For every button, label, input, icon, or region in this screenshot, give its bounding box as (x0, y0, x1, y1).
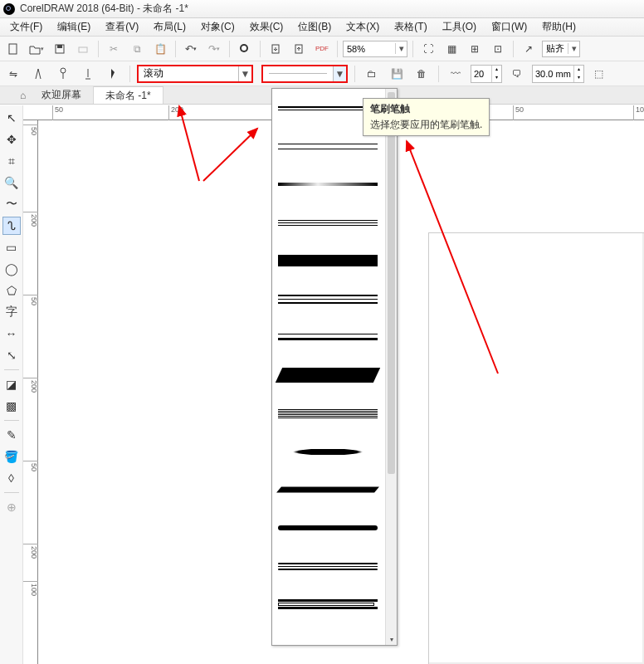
paste-button[interactable]: 📋 (150, 39, 170, 59)
grid-button[interactable]: ▦ (442, 39, 461, 59)
separator (354, 66, 355, 82)
brush-option[interactable] (272, 280, 383, 318)
transparency-tool[interactable]: ▩ (2, 397, 21, 415)
tab-welcome[interactable]: 欢迎屏幕 (30, 86, 94, 104)
brush-option[interactable] (272, 509, 383, 547)
tooltip-desc: 选择您要应用的笔刷笔触. (370, 119, 482, 130)
brush-option[interactable] (272, 585, 383, 623)
shape-tool[interactable]: ✥ (2, 130, 21, 149)
zoom-level[interactable]: 58% ▾ (343, 41, 407, 57)
pick-tool[interactable]: ↖ (2, 109, 21, 127)
crop-tool[interactable]: ⌗ (2, 152, 21, 170)
connector-tool[interactable]: ⤡ (2, 346, 21, 364)
menu-tools[interactable]: 工具(O) (436, 18, 483, 36)
ellipse-tool[interactable]: ◯ (2, 260, 21, 278)
new-button[interactable] (3, 39, 23, 59)
brush-option[interactable] (272, 471, 383, 509)
scrollbar-thumb[interactable] (388, 92, 395, 474)
separator (98, 41, 99, 57)
snap-dropdown[interactable]: 贴齐 ▾ (542, 41, 580, 57)
cut-button[interactable]: ✂ (104, 39, 124, 59)
menu-effects[interactable]: 效果(C) (243, 18, 290, 36)
menu-help[interactable]: 帮助(H) (535, 18, 583, 36)
separator (260, 41, 261, 57)
open-button[interactable]: ▾ (27, 39, 46, 59)
tab-document[interactable]: 未命名 -1* (94, 86, 163, 104)
separator (4, 492, 19, 493)
artistic-media-tool[interactable]: ᔐ (2, 217, 21, 235)
menu-object[interactable]: 对象(C) (194, 18, 242, 36)
brush-category-value: 滚动 (139, 66, 238, 81)
svg-point-8 (61, 68, 66, 73)
eyedropper-tool[interactable]: ✎ (2, 426, 21, 444)
scrollbar[interactable]: ▾ (385, 89, 397, 645)
brush-stroke-panel: ▾ (271, 88, 398, 646)
preset-tool-4[interactable] (103, 64, 123, 84)
chevron-down-icon: ▼ (238, 66, 251, 81)
toolbox: ↖ ✥ ⌗ 🔍 〜 ᔐ ▭ ◯ ⬠ 字 ↔ ⤡ ◪ ▩ ✎ 🪣 ◊ ⊕ (0, 105, 23, 664)
drop-shadow-tool[interactable]: ◪ (2, 375, 21, 393)
preset-tool-3[interactable] (78, 64, 98, 84)
snap-grid-button[interactable]: ⊡ (488, 39, 508, 59)
scroll-down-icon[interactable]: ▾ (386, 636, 397, 643)
delete-brush-button[interactable]: 🗑 (412, 64, 432, 84)
stroke-width-value[interactable]: 30.0 mm ▴▾ (532, 65, 584, 83)
search-button[interactable] (235, 39, 255, 59)
chevron-down-icon: ▼ (333, 66, 346, 81)
brush-option[interactable] (272, 242, 383, 280)
preset-tool-2[interactable] (53, 64, 73, 84)
publish-pdf-button[interactable]: PDF (312, 39, 332, 59)
export-button[interactable] (289, 39, 309, 59)
brush-option[interactable] (272, 432, 383, 471)
separator (4, 369, 19, 370)
brush-option[interactable] (272, 547, 383, 585)
fullscreen-button[interactable]: ⛶ (418, 39, 438, 59)
menu-window[interactable]: 窗口(W) (485, 18, 534, 36)
freehand-tool[interactable]: 〜 (2, 195, 21, 213)
svg-point-5 (242, 46, 246, 51)
zoom-tool[interactable]: 🔍 (2, 173, 21, 192)
menu-edit[interactable]: 编辑(E) (51, 18, 97, 36)
save-button[interactable] (50, 39, 70, 59)
brush-option[interactable] (272, 318, 383, 356)
import-button[interactable] (266, 39, 285, 59)
zoom-value: 58% (344, 44, 395, 54)
menu-text[interactable]: 文本(X) (339, 18, 386, 36)
launch-button[interactable]: ↗ (519, 39, 539, 59)
brush-option[interactable] (272, 356, 383, 394)
brush-option[interactable] (272, 394, 383, 432)
fill-tool[interactable]: 🪣 (2, 447, 21, 466)
browse-button[interactable]: 🗀 (362, 64, 382, 84)
mirror-h-button[interactable]: ⇋ (3, 64, 23, 84)
text-tool[interactable]: 字 (2, 303, 21, 321)
home-icon[interactable]: ⌂ (20, 86, 30, 104)
polygon-tool[interactable]: ⬠ (2, 281, 21, 300)
parallel-dim-tool[interactable]: ↔ (2, 325, 21, 343)
chevron-down-icon: ▾ (568, 43, 579, 54)
outline-tool[interactable]: ◊ (2, 469, 21, 487)
menu-bitmap[interactable]: 位图(B) (291, 18, 338, 36)
brush-stroke-dropdown[interactable]: ▼ (261, 65, 348, 83)
rectangle-tool[interactable]: ▭ (2, 238, 21, 256)
copy-button[interactable]: ⧉ (127, 39, 147, 59)
redo-button[interactable]: ↷▾ (204, 39, 224, 59)
smoothing-value[interactable]: 20 ▴▾ (471, 65, 502, 83)
brush-category-dropdown[interactable]: 滚动 ▼ (137, 65, 253, 83)
spinner[interactable]: ▴▾ (491, 66, 501, 82)
brush-option[interactable] (272, 165, 383, 203)
undo-button[interactable]: ↶▾ (181, 39, 201, 59)
menu-table[interactable]: 表格(T) (388, 18, 433, 36)
menu-file[interactable]: 文件(F) (3, 18, 49, 36)
menu-view[interactable]: 查看(V) (99, 18, 145, 36)
bounding-box-button[interactable]: ⬚ (589, 64, 609, 84)
stroke-preview (263, 65, 333, 83)
add-tool[interactable]: ⊕ (2, 498, 21, 516)
menu-layout[interactable]: 布局(L) (147, 18, 193, 36)
brush-option[interactable] (272, 203, 383, 242)
guidelines-button[interactable]: ⊞ (465, 39, 485, 59)
spinner[interactable]: ▴▾ (573, 66, 583, 82)
separator (229, 41, 230, 57)
preset-tool-1[interactable] (28, 64, 48, 84)
print-button[interactable] (73, 39, 93, 59)
save-brush-button[interactable]: 💾 (387, 64, 407, 84)
